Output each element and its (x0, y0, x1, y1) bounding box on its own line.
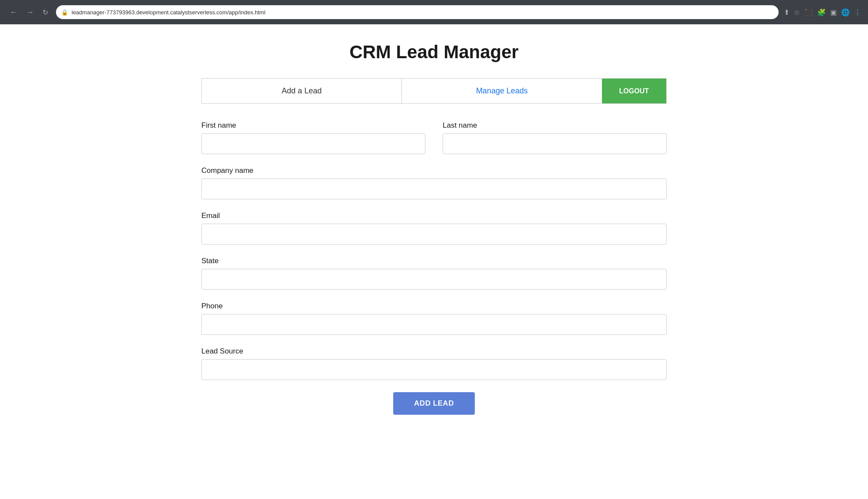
phone-input[interactable] (201, 314, 667, 335)
logout-button[interactable]: LOGOUT (602, 79, 666, 103)
puzzle-icon[interactable]: 🧩 (817, 8, 826, 17)
state-input[interactable] (201, 269, 667, 290)
lead-source-input[interactable] (201, 359, 667, 380)
last-name-input[interactable] (443, 133, 667, 154)
menu-icon[interactable]: ⋮ (854, 8, 861, 17)
lead-source-label: Lead Source (201, 347, 667, 356)
company-name-input[interactable] (201, 178, 667, 199)
first-name-label: First name (201, 121, 425, 130)
state-field: State (201, 257, 667, 290)
profile-icon[interactable]: 🌐 (841, 8, 850, 17)
name-row: First name Last name (201, 121, 667, 154)
phone-row: Phone (201, 302, 667, 335)
company-name-field: Company name (201, 166, 667, 199)
browser-actions: ⬆ ☆ ⬛ 🧩 ▣ 🌐 ⋮ (784, 8, 861, 17)
browser-chrome: ← → ↻ 🔒 leadmanager-773793963.developmen… (0, 0, 868, 24)
address-bar[interactable]: 🔒 leadmanager-773793963.development.cata… (56, 5, 779, 19)
back-button[interactable]: ← (7, 6, 20, 19)
state-row: State (201, 257, 667, 290)
submit-row: ADD LEAD (201, 392, 667, 415)
nav-tabs: Add a Lead Manage Leads LOGOUT (201, 78, 667, 104)
tab-manage-leads[interactable]: Manage Leads (402, 79, 602, 103)
add-lead-button[interactable]: ADD LEAD (393, 392, 475, 415)
email-field: Email (201, 211, 667, 245)
share-icon[interactable]: ⬆ (784, 8, 789, 17)
phone-field: Phone (201, 302, 667, 335)
first-name-field: First name (201, 121, 425, 154)
lock-icon: 🔒 (61, 9, 68, 16)
url-text: leadmanager-773793963.development.cataly… (72, 9, 773, 16)
forward-button[interactable]: → (23, 6, 36, 19)
last-name-label: Last name (443, 121, 667, 130)
email-label: Email (201, 211, 667, 220)
sidebar-icon[interactable]: ▣ (830, 8, 837, 17)
last-name-field: Last name (443, 121, 667, 154)
lead-source-row: Lead Source (201, 347, 667, 380)
extensions-icon[interactable]: ⬛ (804, 8, 813, 17)
lead-source-field: Lead Source (201, 347, 667, 380)
nav-buttons: ← → ↻ (7, 6, 51, 19)
first-name-input[interactable] (201, 133, 425, 154)
state-label: State (201, 257, 667, 265)
app-title: CRM Lead Manager (130, 42, 738, 63)
company-row: Company name (201, 166, 667, 199)
app-container: CRM Lead Manager Add a Lead Manage Leads… (130, 24, 738, 432)
reload-button[interactable]: ↻ (40, 7, 51, 18)
tab-add-lead[interactable]: Add a Lead (202, 79, 401, 103)
company-name-label: Company name (201, 166, 667, 175)
email-input[interactable] (201, 224, 667, 245)
bookmark-icon[interactable]: ☆ (794, 8, 800, 17)
phone-label: Phone (201, 302, 667, 311)
email-row: Email (201, 211, 667, 245)
form-container: First name Last name Company name Email (201, 121, 667, 415)
